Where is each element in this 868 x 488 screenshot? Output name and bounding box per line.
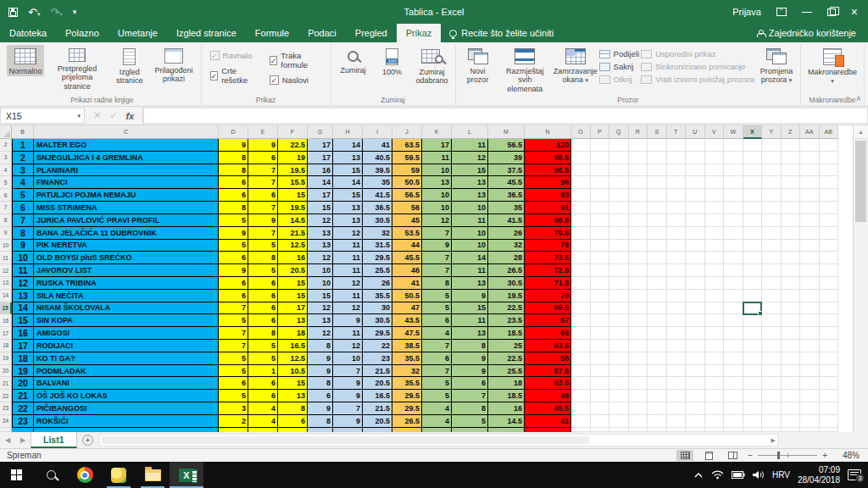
cell[interactable]: 35.5: [363, 290, 392, 302]
cell[interactable]: [762, 340, 782, 352]
cell[interactable]: 18: [488, 377, 525, 390]
cell[interactable]: 5: [248, 264, 278, 277]
ribbon-tab-polazno[interactable]: Polazno: [56, 24, 108, 42]
cell[interactable]: [724, 314, 743, 327]
cell[interactable]: [609, 290, 629, 302]
cell[interactable]: 14.5: [278, 214, 308, 227]
cell[interactable]: 70: [525, 290, 571, 302]
cell[interactable]: [782, 352, 801, 365]
cell[interactable]: [591, 365, 610, 378]
cell[interactable]: 6: [248, 189, 278, 202]
hidden-icons-chevron-icon[interactable]: [693, 472, 704, 479]
start-button[interactable]: [0, 462, 34, 488]
cell[interactable]: [762, 352, 782, 365]
cell-rank[interactable]: 15: [12, 314, 34, 327]
cell[interactable]: 8: [219, 164, 248, 177]
cell-rank[interactable]: 23: [12, 415, 34, 428]
cell[interactable]: 98.5: [525, 152, 571, 164]
speaker-icon[interactable]: [753, 470, 765, 480]
cell[interactable]: [686, 302, 705, 315]
cell[interactable]: 53.5: [525, 377, 571, 390]
cell[interactable]: 8: [248, 327, 278, 340]
cell[interactable]: [609, 240, 629, 252]
cell[interactable]: 7: [422, 252, 452, 264]
cell[interactable]: 14: [333, 139, 363, 152]
cell[interactable]: [686, 176, 705, 189]
close-button[interactable]: ×: [851, 6, 858, 18]
cell[interactable]: [591, 264, 610, 277]
col-header-W[interactable]: W: [724, 125, 743, 139]
cell[interactable]: [724, 139, 743, 152]
cell[interactable]: [762, 327, 782, 340]
cell[interactable]: [667, 264, 687, 277]
cell[interactable]: 14.5: [488, 415, 525, 428]
cell[interactable]: [629, 139, 648, 152]
col-header-Q[interactable]: Q: [609, 125, 629, 139]
cell[interactable]: [782, 365, 801, 378]
cell[interactable]: 13: [333, 202, 363, 214]
cell[interactable]: 32: [363, 227, 392, 240]
cell[interactable]: [762, 189, 782, 202]
cell[interactable]: 45.5: [525, 402, 571, 415]
cell-team-name[interactable]: OLD BOYSI pluS SREĆKO: [34, 252, 219, 264]
cell[interactable]: 7: [422, 227, 452, 240]
cell[interactable]: [609, 252, 629, 264]
cell[interactable]: [705, 214, 725, 227]
cell[interactable]: [609, 402, 629, 415]
cell[interactable]: 26: [363, 277, 392, 290]
cell[interactable]: [782, 139, 801, 152]
cell[interactable]: [667, 139, 687, 152]
cell[interactable]: [609, 176, 629, 189]
cell[interactable]: 8: [308, 415, 333, 428]
cell[interactable]: [705, 302, 725, 315]
cell[interactable]: [800, 415, 820, 428]
cell[interactable]: 5: [422, 390, 452, 402]
cell[interactable]: 13: [452, 176, 488, 189]
col-header-F[interactable]: F: [278, 125, 308, 139]
cell[interactable]: 48: [525, 390, 571, 402]
cell[interactable]: [724, 390, 743, 402]
cell[interactable]: [591, 327, 610, 340]
cell[interactable]: [591, 176, 610, 189]
cell[interactable]: [705, 277, 725, 290]
cell[interactable]: [609, 227, 629, 240]
cell-rank[interactable]: 21: [12, 390, 34, 402]
cell[interactable]: 7: [333, 402, 363, 415]
cell[interactable]: [743, 202, 763, 214]
page-layout-button[interactable]: Izgled stranice: [110, 45, 148, 86]
cell[interactable]: 5: [219, 365, 248, 378]
cell[interactable]: [782, 277, 801, 290]
cell[interactable]: [820, 152, 839, 164]
cell[interactable]: [667, 214, 687, 227]
cell[interactable]: [648, 264, 667, 277]
cell[interactable]: [629, 152, 648, 164]
zoom-in-button[interactable]: +: [822, 451, 827, 460]
cell[interactable]: [629, 290, 648, 302]
cell[interactable]: 6: [452, 377, 488, 390]
cell[interactable]: [800, 176, 820, 189]
cell[interactable]: 19: [278, 152, 308, 164]
cell[interactable]: [648, 290, 667, 302]
cell[interactable]: [571, 176, 591, 189]
cell[interactable]: [667, 302, 687, 315]
cell[interactable]: 7: [248, 164, 278, 177]
cell[interactable]: [743, 189, 763, 202]
cell[interactable]: 12: [333, 277, 363, 290]
cell[interactable]: [743, 227, 763, 240]
cell-team-name[interactable]: PIČIBANGOSI: [34, 402, 219, 415]
row-header-18[interactable]: 18: [0, 340, 12, 352]
cell[interactable]: 15: [333, 164, 363, 177]
cell[interactable]: 6: [308, 390, 333, 402]
cell[interactable]: [571, 164, 591, 177]
cell[interactable]: 10: [422, 189, 452, 202]
cell[interactable]: [629, 202, 648, 214]
cell[interactable]: [686, 264, 705, 277]
cell[interactable]: [762, 402, 782, 415]
cell[interactable]: 19.5: [488, 290, 525, 302]
cell[interactable]: 26: [488, 227, 525, 240]
cell[interactable]: [629, 277, 648, 290]
col-header-J[interactable]: J: [392, 125, 422, 139]
cell[interactable]: 35: [363, 176, 392, 189]
cell[interactable]: [800, 227, 820, 240]
cell[interactable]: 10: [452, 240, 488, 252]
